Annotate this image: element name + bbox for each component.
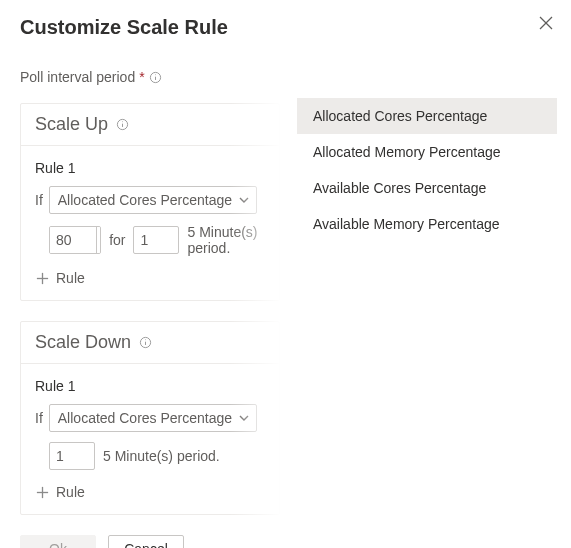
threshold-input-wrap: % bbox=[49, 226, 101, 254]
plus-icon bbox=[35, 485, 50, 500]
dropdown-option[interactable]: Available Memory Percentage bbox=[297, 206, 557, 242]
scale-down-section: Scale Down Rule 1 If Allocated Cores Per… bbox=[20, 321, 280, 515]
period-text: 5 Minute(s) period. bbox=[187, 224, 265, 256]
ok-button[interactable]: Ok bbox=[20, 535, 96, 548]
scale-up-threshold-input[interactable] bbox=[50, 227, 96, 253]
percent-suffix: % bbox=[96, 227, 101, 253]
chevron-down-icon bbox=[238, 412, 250, 424]
period-text: 5 Minute(s) period. bbox=[103, 448, 220, 464]
chevron-down-icon bbox=[238, 194, 250, 206]
scale-down-title: Scale Down bbox=[35, 332, 131, 353]
cancel-button[interactable]: Cancel bbox=[108, 535, 184, 548]
dropdown-option[interactable]: Allocated Cores Percentage bbox=[297, 98, 557, 134]
scale-up-section: Scale Up Rule 1 If Allocated Cores Perce… bbox=[20, 103, 280, 301]
dialog-title: Customize Scale Rule bbox=[20, 16, 280, 39]
if-text: If bbox=[35, 192, 43, 208]
info-icon[interactable] bbox=[149, 71, 162, 84]
add-rule-label: Rule bbox=[56, 270, 85, 286]
for-text: for bbox=[109, 232, 125, 248]
scale-up-metric-select[interactable]: Allocated Cores Percentage bbox=[49, 186, 257, 214]
scale-up-duration-input[interactable] bbox=[133, 226, 179, 254]
scale-down-add-rule[interactable]: Rule bbox=[35, 484, 265, 500]
select-value: Allocated Cores Percentage bbox=[58, 410, 232, 426]
dropdown-option[interactable]: Available Cores Percentage bbox=[297, 170, 557, 206]
scale-up-title: Scale Up bbox=[35, 114, 108, 135]
metric-dropdown-list: Allocated Cores Percentage Allocated Mem… bbox=[297, 98, 557, 242]
add-rule-label: Rule bbox=[56, 484, 85, 500]
plus-icon bbox=[35, 271, 50, 286]
scale-down-metric-select[interactable]: Allocated Cores Percentage bbox=[49, 404, 257, 432]
svg-point-5 bbox=[122, 121, 123, 122]
scale-up-add-rule[interactable]: Rule bbox=[35, 270, 265, 286]
poll-interval-field: Poll interval period * bbox=[20, 69, 280, 85]
scale-up-rule-label: Rule 1 bbox=[35, 160, 265, 176]
select-value: Allocated Cores Percentage bbox=[58, 192, 232, 208]
if-text: If bbox=[35, 410, 43, 426]
info-icon[interactable] bbox=[139, 336, 152, 349]
dropdown-option[interactable]: Allocated Memory Percentage bbox=[297, 134, 557, 170]
svg-point-2 bbox=[155, 74, 156, 75]
scale-down-duration-input[interactable] bbox=[49, 442, 95, 470]
poll-label: Poll interval period bbox=[20, 69, 135, 85]
info-icon[interactable] bbox=[116, 118, 129, 131]
required-indicator: * bbox=[139, 69, 144, 85]
scale-down-rule-label: Rule 1 bbox=[35, 378, 265, 394]
close-button[interactable] bbox=[539, 16, 553, 33]
svg-point-10 bbox=[145, 339, 146, 340]
